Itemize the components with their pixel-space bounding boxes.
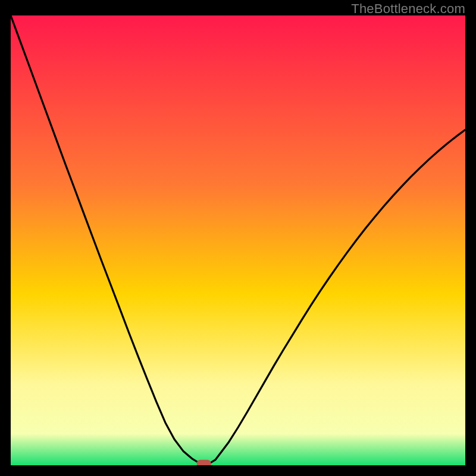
optimal-marker bbox=[197, 460, 211, 465]
watermark-text: TheBottleneck.com bbox=[351, 1, 465, 17]
gradient-background bbox=[11, 15, 465, 465]
chart-frame bbox=[11, 15, 465, 465]
bottleneck-chart bbox=[11, 15, 465, 465]
